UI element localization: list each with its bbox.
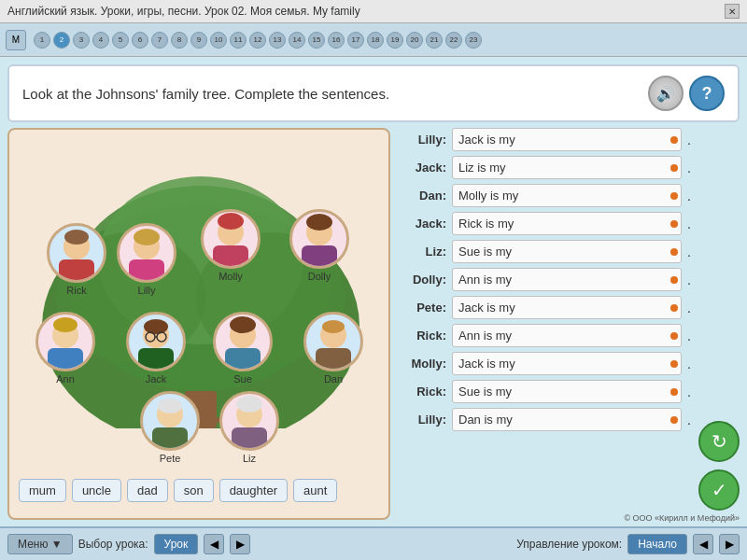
svg-point-36 — [158, 399, 182, 413]
svg-point-15 — [218, 213, 244, 230]
help-button[interactable]: ? — [689, 76, 725, 111]
nav-dot-14[interactable]: 14 — [289, 32, 305, 49]
svg-point-18 — [306, 214, 332, 231]
nav-dot-8[interactable]: 8 — [171, 32, 188, 49]
sentence-input-3[interactable] — [452, 212, 682, 235]
dolly-label: Dolly — [308, 271, 331, 282]
sentence-input-1[interactable] — [452, 156, 682, 179]
sentence-row: Jack:. — [398, 212, 691, 235]
nav-dot-12[interactable]: 12 — [249, 32, 266, 49]
nav-dot-3[interactable]: 3 — [73, 32, 90, 49]
refresh-button[interactable]: ↻ — [698, 421, 740, 462]
sentence-period-1: . — [687, 161, 691, 175]
sentence-dot-9 — [670, 388, 678, 396]
pete-label: Pete — [160, 453, 181, 464]
sentence-input-0[interactable] — [452, 128, 682, 151]
title-bar: Английский язык. Уроки, игры, песни. Уро… — [0, 0, 747, 23]
control-prev-arrow[interactable]: ◀ — [693, 534, 713, 554]
nav-dot-15[interactable]: 15 — [308, 32, 325, 49]
person-liz: Liz — [219, 391, 279, 464]
copyright-text: © ООО «Кирилл и Мефодий» — [624, 513, 740, 523]
nav-dot-4[interactable]: 4 — [92, 32, 109, 49]
sentence-row: Lilly:. — [398, 408, 691, 431]
sentence-input-9[interactable] — [452, 380, 682, 403]
sentence-row: Liz:. — [398, 240, 691, 263]
person-pete: Pete — [140, 391, 200, 464]
sentence-input-wrap-8 — [452, 352, 682, 375]
sentence-label-8: Molly: — [398, 357, 446, 371]
nav-dot-11[interactable]: 11 — [230, 32, 247, 49]
sentence-input-10[interactable] — [452, 408, 682, 431]
check-button[interactable]: ✓ — [698, 469, 740, 511]
toolbar: M 1 2 3 4 5 6 7 8 9 10 11 12 13 14 15 16… — [0, 23, 747, 57]
nav-dot-13[interactable]: 13 — [269, 32, 286, 49]
start-button[interactable]: Начало — [627, 534, 687, 554]
sentence-input-8[interactable] — [452, 352, 682, 375]
sentence-input-2[interactable] — [452, 184, 682, 207]
nav-dot-5[interactable]: 5 — [112, 32, 129, 49]
jack-avatar — [126, 312, 186, 371]
sentence-row: Rick:. — [398, 324, 691, 347]
person-rick: Rick — [47, 223, 106, 296]
word-daughter[interactable]: daughter — [219, 479, 288, 502]
nav-dot-6[interactable]: 6 — [132, 32, 148, 49]
control-label: Управление уроком: — [516, 538, 622, 551]
nav-dot-9[interactable]: 9 — [190, 32, 207, 49]
sentence-period-6: . — [687, 301, 691, 315]
dan-label: Dan — [324, 373, 343, 385]
sentence-input-4[interactable] — [452, 240, 682, 263]
bottom-right: Управление уроком: Начало ◀ ▶ — [516, 534, 740, 554]
control-next-arrow[interactable]: ▶ — [719, 534, 740, 554]
lesson-prev-arrow[interactable]: ◀ — [204, 534, 224, 554]
nav-dot-21[interactable]: 21 — [426, 32, 443, 49]
nav-dot-17[interactable]: 17 — [347, 32, 364, 49]
lilly-avatar — [117, 223, 176, 283]
nav-dot-19[interactable]: 19 — [387, 32, 403, 49]
sentence-input-wrap-2 — [452, 184, 682, 207]
jack-label: Jack — [146, 373, 167, 385]
word-uncle[interactable]: uncle — [72, 479, 121, 502]
svg-rect-19 — [48, 348, 83, 369]
nav-dot-18[interactable]: 18 — [367, 32, 384, 49]
nav-dot-1[interactable]: 1 — [34, 32, 50, 49]
sentence-label-9: Rick: — [398, 385, 446, 399]
nav-dot-16[interactable]: 16 — [328, 32, 345, 49]
svg-rect-10 — [129, 259, 164, 280]
sentence-dot-1 — [670, 164, 678, 172]
nav-dot-2[interactable]: 2 — [53, 32, 70, 49]
sentence-label-0: Lilly: — [398, 133, 446, 147]
sentence-input-7[interactable] — [452, 324, 682, 347]
sentence-input-wrap-1 — [452, 156, 682, 179]
lesson-next-arrow[interactable]: ▶ — [230, 534, 250, 554]
word-mum[interactable]: mum — [19, 479, 66, 502]
sentence-input-wrap-10 — [452, 408, 682, 431]
nav-dot-22[interactable]: 22 — [445, 32, 462, 49]
sentences-panel: Lilly:.Jack:.Dan:.Jack:.Liz:.Dolly:.Pete… — [398, 128, 691, 520]
svg-point-9 — [64, 230, 89, 245]
svg-point-24 — [144, 319, 168, 334]
svg-point-30 — [230, 316, 256, 333]
nav-dot-20[interactable]: 20 — [406, 32, 423, 49]
sentence-input-6[interactable] — [452, 296, 682, 319]
nav-dot-23[interactable]: 23 — [465, 32, 482, 49]
close-button[interactable]: ✕ — [725, 4, 740, 19]
nav-dot-7[interactable]: 7 — [151, 32, 168, 49]
speaker-button[interactable]: 🔊 — [648, 76, 684, 111]
person-ann: Ann — [35, 312, 95, 385]
lesson-button[interactable]: Урок — [154, 534, 199, 554]
svg-rect-13 — [213, 245, 248, 266]
sentence-input-wrap-9 — [452, 380, 682, 403]
word-aunt[interactable]: aunt — [293, 479, 337, 502]
logo-icon: M — [6, 30, 26, 50]
svg-rect-7 — [59, 259, 94, 280]
nav-dot-10[interactable]: 10 — [210, 32, 227, 49]
instruction-text: Look at the Johnsons' family tree. Compl… — [22, 86, 389, 102]
sue-avatar — [213, 312, 273, 371]
lilly-label: Lilly — [138, 285, 156, 296]
sentence-row: Dolly:. — [398, 268, 691, 291]
word-son[interactable]: son — [174, 479, 214, 502]
sentence-input-5[interactable] — [452, 268, 682, 291]
word-dad[interactable]: dad — [127, 479, 168, 502]
ann-avatar — [35, 312, 95, 371]
menu-button[interactable]: Меню ▼ — [7, 534, 73, 554]
